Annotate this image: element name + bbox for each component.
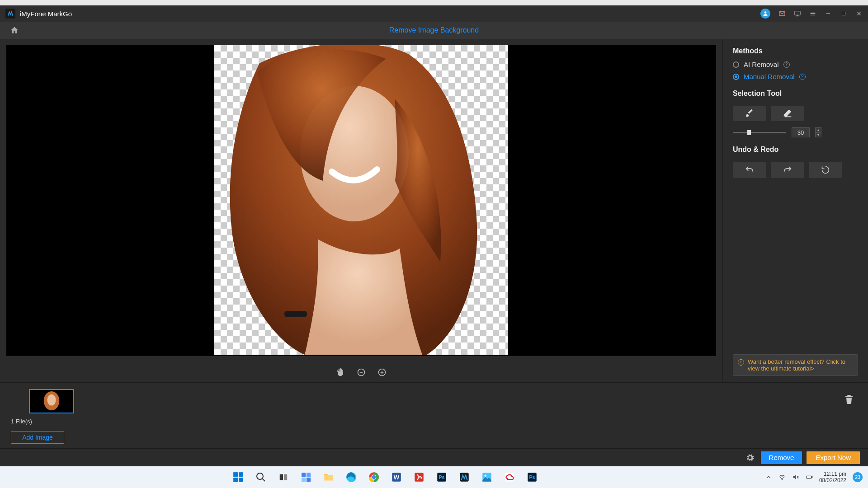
svg-rect-21 (307, 478, 311, 482)
redo-button[interactable] (771, 162, 804, 178)
photoshop-icon[interactable]: Ps (433, 469, 450, 486)
svg-point-27 (372, 475, 376, 479)
action-bar: Remove Export Now (0, 448, 868, 466)
brush-size-slider[interactable] (733, 132, 786, 133)
viewer-controls (0, 362, 722, 382)
canvas-frame[interactable] (6, 45, 716, 356)
search-button[interactable] (252, 469, 269, 486)
svg-rect-16 (280, 474, 283, 480)
manual-removal-option[interactable]: Manual Removal ? (733, 73, 858, 80)
start-button[interactable] (230, 469, 247, 486)
svg-point-0 (764, 11, 767, 14)
info-icon: ! (738, 359, 744, 366)
brush-size-input[interactable] (792, 127, 810, 137)
tutorial-tip[interactable]: ! Want a better removal effect? Click to… (733, 354, 858, 376)
svg-rect-18 (302, 473, 306, 477)
svg-text:W: W (394, 474, 400, 481)
volume-icon[interactable] (792, 474, 799, 481)
photoshop-2-icon[interactable]: Ps (524, 469, 541, 486)
file-thumbnail[interactable] (29, 389, 74, 413)
notification-badge[interactable]: 23 (853, 472, 863, 482)
zoom-out-icon[interactable] (357, 368, 366, 377)
main-area: Methods AI Removal ? Manual Removal ? Se… (0, 39, 868, 382)
account-icon[interactable] (760, 9, 770, 19)
methods-heading: Methods (733, 47, 858, 55)
tray-chevron-icon[interactable] (765, 474, 772, 481)
taskbar-clock[interactable]: 12:11 pm 08/02/2022 (819, 471, 846, 484)
help-icon[interactable]: ? (783, 61, 790, 68)
step-down-icon[interactable]: ▼ (816, 133, 821, 137)
file-explorer-icon[interactable] (320, 469, 337, 486)
brush-tool-button[interactable] (733, 106, 766, 121)
reset-button[interactable] (809, 162, 842, 178)
word-icon[interactable]: W (388, 469, 405, 486)
app-title: iMyFone MarkGo (20, 10, 72, 18)
battery-icon[interactable] (806, 474, 813, 481)
svg-rect-14 (239, 478, 243, 482)
svg-rect-5 (284, 311, 307, 317)
minimize-button[interactable] (825, 10, 832, 17)
svg-text:Ps: Ps (529, 474, 535, 480)
undo-redo-buttons (733, 162, 858, 178)
bottom-strip: 1 File(s) Add Image (0, 382, 868, 448)
svg-rect-3 (842, 12, 845, 15)
svg-point-10 (47, 394, 56, 406)
home-button[interactable] (5, 26, 24, 35)
help-icon[interactable]: ? (799, 74, 806, 80)
acrobat-icon[interactable] (410, 469, 428, 486)
image-surface[interactable] (214, 45, 508, 355)
photos-icon[interactable] (478, 469, 495, 486)
svg-rect-20 (302, 478, 306, 482)
chrome-icon[interactable] (365, 469, 382, 486)
close-button[interactable] (855, 10, 863, 17)
svg-point-35 (485, 475, 486, 477)
markgo-taskbar-icon[interactable] (456, 469, 473, 486)
selection-tool-buttons (733, 106, 858, 121)
radio-icon (733, 74, 739, 80)
svg-text:Ps: Ps (439, 474, 444, 480)
svg-rect-33 (460, 473, 469, 482)
undo-redo-heading: Undo & Redo (733, 145, 858, 154)
settings-button[interactable] (744, 451, 756, 464)
undo-button[interactable] (733, 162, 766, 178)
creative-cloud-icon[interactable] (501, 469, 518, 486)
clock-time: 12:11 pm (819, 471, 846, 477)
trash-button[interactable] (844, 394, 854, 406)
taskbar-center: W Ps Ps (5, 469, 765, 486)
widgets-button[interactable] (297, 469, 315, 486)
zoom-in-icon[interactable] (377, 368, 387, 377)
pan-hand-icon[interactable] (336, 368, 345, 377)
eraser-tool-button[interactable] (771, 106, 804, 121)
ai-removal-option[interactable]: AI Removal ? (733, 61, 858, 68)
feedback-icon[interactable] (794, 10, 801, 17)
canvas-column (0, 39, 722, 382)
svg-rect-2 (795, 11, 800, 15)
maximize-button[interactable] (840, 10, 847, 17)
tutorial-tip-text: Want a better removal effect? Click to v… (748, 358, 853, 372)
step-up-icon[interactable]: ▲ (816, 128, 821, 133)
page-title: Remove Image Background (389, 26, 479, 34)
header-bar: Remove Image Background (0, 22, 868, 39)
wifi-icon[interactable] (778, 474, 786, 481)
svg-rect-12 (239, 472, 243, 477)
edge-icon[interactable] (343, 469, 360, 486)
export-button[interactable]: Export Now (807, 451, 860, 464)
brush-size-stepper[interactable]: ▲ ▼ (815, 127, 821, 137)
svg-rect-19 (307, 473, 311, 477)
manual-removal-label: Manual Removal (744, 73, 795, 80)
svg-rect-40 (807, 476, 811, 478)
browser-top-strip (0, 0, 868, 5)
svg-rect-13 (233, 478, 238, 482)
brush-size-row: ▲ ▼ (733, 127, 858, 137)
menu-icon[interactable] (809, 10, 816, 17)
task-view-button[interactable] (275, 469, 292, 486)
slider-thumb[interactable] (747, 130, 751, 135)
svg-rect-17 (284, 474, 287, 480)
add-image-button[interactable]: Add Image (11, 431, 64, 444)
remove-button[interactable]: Remove (761, 451, 802, 464)
mail-icon[interactable] (778, 10, 786, 17)
svg-point-39 (782, 479, 782, 480)
svg-rect-11 (233, 472, 238, 477)
right-panel: Methods AI Removal ? Manual Removal ? Se… (722, 39, 868, 382)
system-tray: 12:11 pm 08/02/2022 23 (765, 471, 863, 484)
